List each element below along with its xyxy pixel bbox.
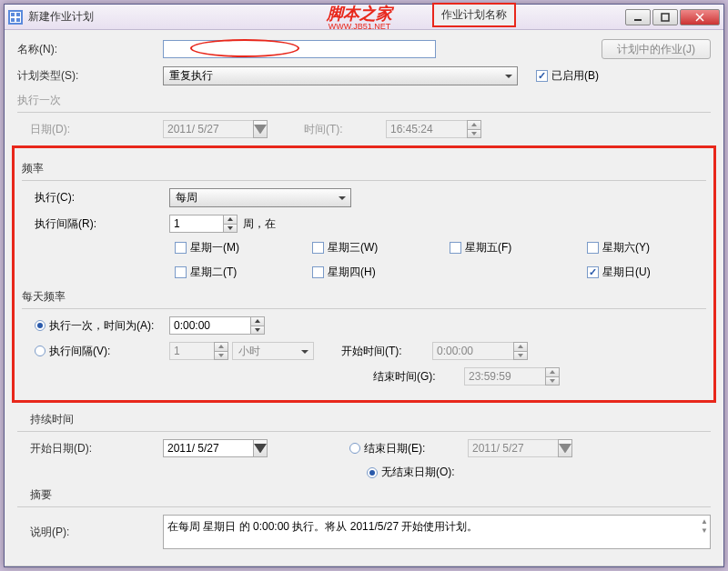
saturday-checkbox[interactable]: 星期六(Y) — [587, 240, 706, 255]
start-date-label: 开始日期(D): — [30, 441, 163, 456]
svg-marker-23 — [559, 444, 571, 454]
svg-rect-1 — [11, 13, 15, 16]
daily-start-spinner — [513, 342, 528, 360]
daily-once-time[interactable]: 0:00:00 — [169, 316, 251, 335]
svg-marker-13 — [228, 226, 233, 230]
freq-group-label: 频率 — [22, 161, 706, 176]
maximize-button[interactable] — [652, 9, 678, 25]
daily-interval-spinner — [214, 342, 228, 360]
svg-marker-19 — [518, 354, 523, 357]
daily-interval-radio-wrap[interactable]: 执行间隔(V): — [35, 344, 169, 359]
summary-group-label: 摘要 — [30, 487, 711, 503]
end-date-radio-wrap[interactable]: 结束日期(E): — [349, 441, 468, 456]
duration-row: 开始日期(D): 2011/ 5/27 结束日期(E): 2011/ 5/27 — [30, 439, 711, 457]
daily-once-radio-wrap[interactable]: 执行一次，时间为(A): — [35, 318, 169, 334]
name-label: 名称(N): — [17, 42, 163, 57]
svg-marker-12 — [228, 217, 233, 221]
exec-select[interactable]: 每周 — [169, 188, 351, 207]
daily-once-radio[interactable] — [35, 320, 46, 331]
once-date-label: 日期(D): — [30, 122, 163, 137]
once-group-label: 执行一次 — [17, 93, 711, 108]
window-title: 新建作业计划 — [28, 9, 94, 25]
interval-input[interactable]: 1 — [169, 215, 224, 233]
start-date-input[interactable]: 2011/ 5/27 — [163, 439, 254, 457]
jobs-in-schedule-button[interactable]: 计划中的作业(J) — [602, 39, 711, 59]
schedule-type-value: 重复执行 — [169, 68, 213, 84]
no-end-date-radio[interactable] — [367, 467, 378, 478]
svg-marker-21 — [550, 379, 555, 383]
close-button[interactable] — [680, 9, 720, 25]
tuesday-checkbox[interactable]: 星期二(T) — [175, 265, 294, 280]
svg-marker-20 — [550, 370, 555, 374]
once-time-input: 16:45:24 — [386, 120, 468, 138]
app-icon — [8, 10, 23, 25]
noend-row: 无结束日期(O): — [30, 465, 711, 480]
interval-row: 执行间隔(R): 1 周，在 — [35, 215, 706, 233]
titlebar-center: 脚本之家 WWW.JB51.NET 作业计划名称 — [94, 3, 625, 31]
svg-rect-3 — [11, 18, 15, 22]
svg-marker-16 — [218, 345, 224, 348]
daily-start-label: 开始时间(T): — [341, 344, 432, 359]
dialog-window: 新建作业计划 脚本之家 WWW.JB51.NET 作业计划名称 名称(N): 计… — [4, 4, 724, 567]
type-label: 计划类型(S): — [17, 68, 163, 84]
start-date-calendar-icon[interactable] — [253, 439, 268, 457]
type-row: 计划类型(S): 重复执行 已启用(B) — [17, 66, 711, 85]
end-date-calendar-icon — [558, 439, 572, 457]
end-date-input: 2011/ 5/27 — [468, 439, 559, 457]
enabled-label: 已启用(B) — [551, 68, 599, 84]
svg-marker-10 — [471, 123, 477, 126]
svg-marker-15 — [255, 328, 260, 332]
end-date-radio[interactable] — [349, 443, 360, 454]
schedule-type-select[interactable]: 重复执行 — [163, 66, 518, 85]
daily-once-spinner[interactable] — [250, 316, 265, 335]
daily-group-label: 每天频率 — [22, 289, 706, 305]
daily-end-label: 结束时间(G): — [373, 369, 464, 385]
svg-marker-14 — [255, 319, 260, 323]
daily-end-spinner — [545, 367, 560, 386]
daily-interval-radio[interactable] — [35, 346, 46, 356]
description-textarea[interactable]: 在每周 星期日 的 0:00:00 执行。将从 2011/5/27 开始使用计划… — [163, 515, 711, 549]
titlebar[interactable]: 新建作业计划 脚本之家 WWW.JB51.NET 作业计划名称 — [5, 5, 723, 30]
svg-marker-22 — [254, 444, 267, 454]
once-date-input: 2011/ 5/27 — [163, 120, 254, 138]
button-bar: 确定 取消 帮助 — [5, 566, 723, 571]
wednesday-checkbox[interactable]: 星期三(W) — [312, 240, 431, 255]
svg-marker-11 — [471, 132, 477, 135]
svg-rect-2 — [16, 13, 20, 16]
interval-unit: 周，在 — [243, 216, 276, 232]
daily-end-value: 23:59:59 — [464, 367, 546, 386]
weekday-grid: 星期一(M) 星期三(W) 星期五(F) 星期六(Y) 星期二(T) 星期四(H… — [175, 240, 706, 280]
minimize-button[interactable] — [625, 9, 651, 25]
daily-interval-row: 执行间隔(V): 1 小时 开始时间(T): 0:00:00 — [35, 342, 706, 360]
daily-start-value: 0:00:00 — [432, 342, 514, 360]
summary-row: 说明(P): 在每周 星期日 的 0:00:00 执行。将从 2011/5/27… — [30, 515, 711, 549]
enabled-checkbox[interactable] — [536, 70, 548, 82]
calendar-icon — [253, 120, 268, 138]
annotation-callout: 作业计划名称 — [432, 3, 516, 27]
daily-once-row: 执行一次，时间为(A): 0:00:00 — [35, 316, 706, 335]
watermark-text: 脚本之家 — [327, 5, 392, 23]
svg-marker-17 — [218, 354, 224, 357]
duration-group-label: 持续时间 — [30, 412, 711, 427]
once-row: 日期(D): 2011/ 5/27 时间(T): 16:45:24 — [30, 120, 711, 138]
interval-spinner[interactable] — [223, 215, 238, 233]
svg-rect-6 — [662, 14, 669, 21]
exec-row: 执行(C): 每周 — [35, 188, 706, 207]
exec-value: 每周 — [176, 190, 197, 205]
friday-checkbox[interactable]: 星期五(F) — [450, 240, 569, 255]
frequency-highlight-box: 频率 执行(C): 每周 执行间隔(R): 1 周，在 星期一(M) 星期三(W… — [12, 145, 716, 403]
spinner-icon — [467, 120, 481, 138]
daily-end-row: 结束时间(G): 23:59:59 — [35, 367, 706, 386]
name-input[interactable] — [163, 40, 436, 58]
once-time-label: 时间(T): — [304, 122, 386, 137]
interval-label: 执行间隔(R): — [35, 216, 169, 232]
thursday-checkbox[interactable]: 星期四(H) — [312, 265, 431, 280]
sunday-checkbox[interactable]: 星期日(U) — [587, 265, 706, 280]
daily-interval-value: 1 — [169, 342, 215, 360]
no-end-date-radio-wrap[interactable]: 无结束日期(O): — [367, 465, 455, 480]
enabled-checkbox-wrap[interactable]: 已启用(B) — [536, 68, 599, 84]
daily-interval-unit-select: 小时 — [232, 342, 314, 360]
svg-rect-4 — [16, 18, 20, 22]
monday-checkbox[interactable]: 星期一(M) — [175, 240, 294, 255]
description-label: 说明(P): — [30, 525, 163, 540]
